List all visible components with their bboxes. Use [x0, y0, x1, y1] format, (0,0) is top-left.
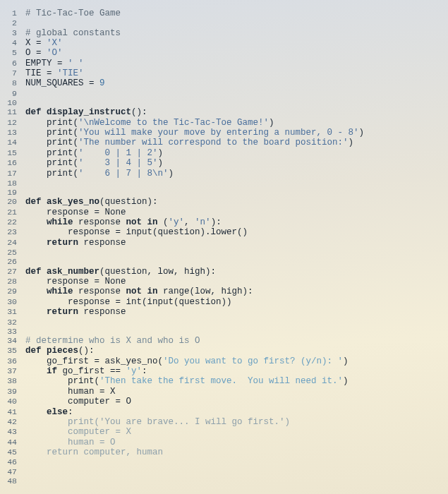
line-number: 43 [6, 427, 25, 436]
code-line: 28 response = None [6, 277, 442, 287]
code-line: 11def display_instruct(): [6, 107, 442, 117]
line-number: 25 [6, 248, 25, 257]
code-line: 27def ask_number(question, low, high): [6, 267, 442, 277]
code-line: 20def ask_yes_no(question): [6, 197, 442, 207]
line-number: 33 [6, 327, 25, 336]
line-number: 45 [6, 447, 25, 457]
code-line: 10 [6, 98, 442, 107]
line-number: 9 [6, 89, 25, 98]
code-line: 23 response = input(question).lower() [6, 227, 442, 237]
code-line: 32 [6, 318, 442, 327]
code-line: 18 [6, 179, 442, 188]
line-number: 32 [6, 318, 25, 327]
line-number: 36 [6, 356, 25, 366]
code-content: print('\nWelcome to the Tic-Tac-Toe Game… [25, 118, 274, 128]
code-line: 22 while response not in ('y', 'n'): [6, 217, 442, 227]
code-line: 2 [6, 18, 442, 28]
line-number: 42 [6, 417, 25, 426]
code-editor: 1# Tic-Tac-Toe Game23# global constants4… [6, 8, 442, 486]
code-line: 15 print(' 0 | 1 | 2') [6, 148, 442, 158]
line-number: 21 [6, 207, 25, 217]
code-line: 24 return response [6, 238, 442, 248]
code-line: 40 computer = O [6, 397, 442, 406]
line-number: 10 [6, 98, 25, 107]
code-line: 5O = 'O' [6, 48, 442, 58]
line-number: 11 [6, 107, 25, 116]
code-line: 43 computer = X [6, 427, 442, 437]
code-content: return response [25, 307, 126, 317]
code-line: 14 print('The number will correspond to … [6, 138, 442, 147]
line-number: 23 [6, 227, 25, 236]
line-number: 44 [6, 438, 25, 447]
line-number: 24 [6, 238, 25, 247]
line-number: 35 [6, 346, 25, 355]
code-line: 4X = 'X' [6, 38, 442, 48]
code-content: else: [25, 407, 73, 417]
code-content: computer = X [25, 427, 131, 437]
line-number: 30 [6, 297, 25, 306]
code-content: print(' 6 | 7 | 8\n') [25, 169, 174, 179]
line-number: 18 [6, 179, 25, 188]
code-content: def pieces(): [25, 346, 95, 356]
line-number: 26 [6, 257, 25, 266]
line-number: 28 [6, 277, 25, 286]
code-content: def ask_number(question, low, high): [25, 267, 216, 277]
code-line: 13 print('You will make your move by ent… [6, 128, 442, 138]
code-line: 44 human = O [6, 438, 442, 447]
line-number: 2 [6, 18, 25, 28]
code-line: 30 response = int(input(question)) [6, 297, 442, 307]
code-line: 3# global constants [6, 28, 442, 38]
line-number: 27 [6, 267, 25, 276]
code-content: computer = O [25, 397, 131, 406]
code-line: 47 [6, 467, 442, 476]
code-content: print('You will make your move by enteri… [25, 128, 364, 138]
code-line: 42 print('You are brave... I will go fir… [6, 417, 442, 427]
line-number: 38 [6, 376, 25, 385]
line-number: 46 [6, 457, 25, 466]
line-number: 3 [6, 28, 25, 37]
line-number: 7 [6, 68, 25, 78]
line-number: 41 [6, 407, 25, 416]
line-number: 39 [6, 387, 25, 396]
line-number: 4 [6, 38, 25, 47]
code-content: go_first = ask_yes_no('Do you want to go… [25, 356, 349, 366]
code-line: 46 [6, 457, 442, 466]
code-line: 33 [6, 327, 442, 336]
code-content: print('You are brave... I will go first.… [25, 417, 290, 427]
code-line: 35def pieces(): [6, 346, 442, 356]
line-number: 40 [6, 397, 25, 406]
code-content: TIE = 'TIE' [25, 68, 84, 78]
code-content: human = X [25, 387, 116, 397]
code-line: 25 [6, 248, 442, 257]
line-number: 48 [6, 476, 25, 486]
code-content: EMPTY = ' ' [25, 59, 84, 68]
line-number: 17 [6, 169, 25, 178]
line-number: 14 [6, 138, 25, 147]
code-line: 8NUM_SQUARES = 9 [6, 78, 442, 88]
code-content: X = 'X' [25, 38, 63, 48]
code-content: while response not in range(low, high): [25, 287, 253, 296]
code-line: 39 human = X [6, 387, 442, 397]
line-number: 29 [6, 287, 25, 296]
code-line: 38 print('Then take the first move. You … [6, 376, 442, 386]
line-number: 1 [6, 8, 25, 18]
code-line: 19 [6, 188, 442, 197]
line-number: 19 [6, 188, 25, 197]
code-content: # determine who is X and who is O [25, 336, 200, 346]
code-line: 37 if go_first == 'y': [6, 366, 442, 376]
code-line: 12 print('\nWelcome to the Tic-Tac-Toe G… [6, 118, 442, 128]
code-line: 16 print(' 3 | 4 | 5') [6, 158, 442, 168]
code-content: response = input(question).lower() [25, 227, 248, 237]
code-line: 36 go_first = ask_yes_no('Do you want to… [6, 356, 442, 366]
code-content: O = 'O' [25, 48, 63, 58]
code-content: while response not in ('y', 'n'): [25, 217, 222, 227]
code-content: response = int(input(question)) [25, 297, 232, 307]
line-number: 13 [6, 128, 25, 137]
code-content: human = O [25, 438, 116, 447]
code-line: 45 return computer, human [6, 447, 442, 457]
line-number: 15 [6, 148, 25, 157]
code-line: 31 return response [6, 307, 442, 317]
code-content: print('The number will correspond to the… [25, 138, 353, 147]
line-number: 37 [6, 366, 25, 375]
code-line: 17 print(' 6 | 7 | 8\n') [6, 169, 442, 179]
